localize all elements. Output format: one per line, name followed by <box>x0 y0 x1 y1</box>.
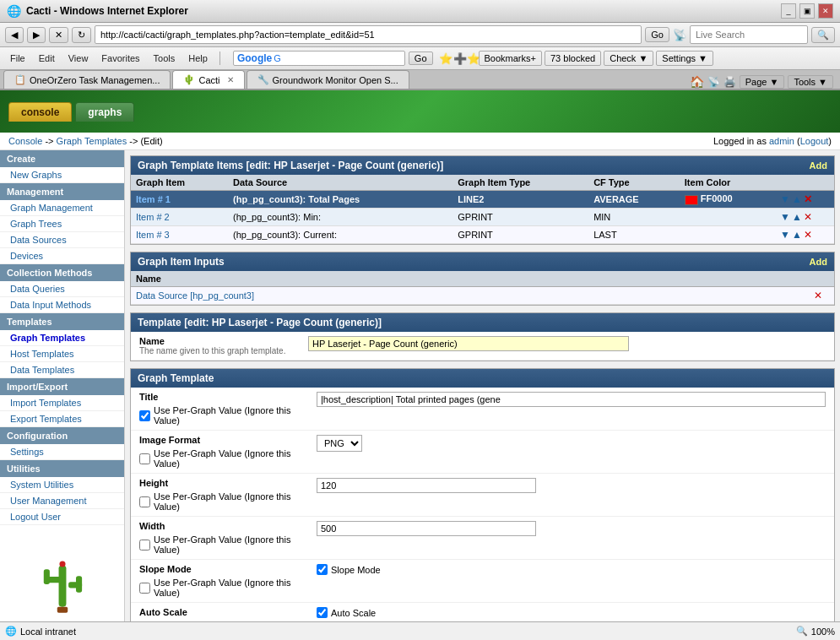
up-icon-1[interactable]: ▲ <box>792 211 802 223</box>
menu-file[interactable]: File <box>5 52 30 65</box>
sidebar-management-header: Management <box>0 183 124 200</box>
sidebar-item-data-queries[interactable]: Data Queries <box>0 281 124 297</box>
down-icon-0[interactable]: ▼ <box>780 193 790 205</box>
gt-title-label: Title Use Per-Graph Value (Ignore this V… <box>139 392 317 426</box>
down-icon-2[interactable]: ▼ <box>780 229 790 241</box>
gt-height-label: Height Use Per-Graph Value (Ignore this … <box>139 478 317 512</box>
gt-width-checkbox[interactable] <box>139 540 150 551</box>
up-icon-0[interactable]: ▲ <box>792 193 802 205</box>
tab-0[interactable]: 📋 OneOrZero Task Managemen... <box>3 70 171 89</box>
favorites-icon[interactable]: ⭐ <box>436 49 455 68</box>
address-input[interactable] <box>95 25 642 44</box>
gti-item-link-2[interactable]: Item # 3 <box>136 230 170 240</box>
breadcrumb-console-link[interactable]: Console <box>8 136 42 146</box>
gt-slope-mode-checkbox[interactable] <box>317 564 328 575</box>
admin-link[interactable]: admin <box>769 136 794 146</box>
gt-title-checkbox[interactable] <box>139 410 150 421</box>
print-icon[interactable]: 🖨️ <box>723 76 736 88</box>
google-search-input[interactable] <box>283 53 401 63</box>
gti-item-link-0[interactable]: Item # 1 <box>136 194 171 204</box>
search-go-button[interactable]: 🔍 <box>811 27 835 43</box>
svg-rect-4 <box>76 576 82 593</box>
template-name-input[interactable] <box>308 336 629 351</box>
logout-link[interactable]: Logout <box>800 136 829 146</box>
delete-icon-2[interactable]: ✕ <box>804 229 812 241</box>
add-favorites-icon[interactable]: ➕⭐ <box>458 49 476 68</box>
gt-width-input[interactable] <box>317 521 536 536</box>
tab-2[interactable]: 🔧 Groundwork Monitor Open S... <box>247 70 409 89</box>
forward-button[interactable]: ▶ <box>27 27 46 43</box>
page-btn[interactable]: Page ▼ <box>740 75 785 89</box>
delete-icon-0[interactable]: ✕ <box>804 193 812 205</box>
sidebar-item-graph-templates[interactable]: Graph Templates <box>0 330 124 346</box>
go-button[interactable]: Go <box>645 27 669 42</box>
menu-tools[interactable]: Tools <box>149 52 181 65</box>
down-icon-1[interactable]: ▼ <box>780 211 790 223</box>
sidebar-item-export[interactable]: Export Templates <box>0 411 124 427</box>
home-icon[interactable]: 🏠 <box>690 75 704 89</box>
rss-icon2[interactable]: 📡 <box>707 76 720 88</box>
gti-item-link-1[interactable]: Item # 2 <box>136 212 170 222</box>
sidebar-item-host-templates[interactable]: Host Templates <box>0 346 124 362</box>
sidebar-item-import[interactable]: Import Templates <box>0 395 124 411</box>
gii-section-header: Graph Item Inputs Add <box>131 252 834 271</box>
cactus-logo-area <box>0 542 124 621</box>
gii-delete-icon-0[interactable]: ✕ <box>814 290 822 301</box>
check-btn[interactable]: Check ▼ <box>604 51 653 66</box>
gt-height-row: Height Use Per-Graph Value (Ignore this … <box>131 474 834 517</box>
sidebar-item-graph-management[interactable]: Graph Management <box>0 200 124 216</box>
google-go-button[interactable]: Go <box>409 52 433 65</box>
gti-table: Graph Item Data Source Graph Item Type C… <box>131 175 834 244</box>
blocked-btn[interactable]: 73 blocked <box>545 51 601 66</box>
menu-view[interactable]: View <box>63 52 94 65</box>
tools-btn[interactable]: Tools ▼ <box>788 75 833 89</box>
gt-title-row: Title Use Per-Graph Value (Ignore this V… <box>131 388 834 431</box>
menu-favorites[interactable]: Favorites <box>96 52 144 65</box>
sidebar-item-graph-trees[interactable]: Graph Trees <box>0 216 124 232</box>
close-button[interactable]: ✕ <box>818 3 833 19</box>
tab-1[interactable]: 🌵 Cacti ✕ <box>172 70 244 89</box>
gt-slope-mode-label: Slope Mode <box>317 564 826 575</box>
gti-row-2: Item # 3 (hp_pg_count3): Current: GPRINT… <box>131 226 834 244</box>
gti-cell-cf-2: LAST <box>588 226 680 244</box>
refresh-button[interactable]: ↻ <box>72 27 91 43</box>
sidebar-item-new-graphs[interactable]: New Graphs <box>0 167 124 183</box>
back-button[interactable]: ◀ <box>5 27 24 43</box>
gt-autoscale-value-checkbox[interactable] <box>317 607 328 618</box>
sidebar-item-settings[interactable]: Settings <box>0 444 124 460</box>
gti-add-link[interactable]: Add <box>810 160 827 171</box>
gt-slope-checkbox[interactable] <box>139 583 150 594</box>
sidebar-item-data-sources[interactable]: Data Sources <box>0 232 124 248</box>
gii-name-link-0[interactable]: Data Source [hp_pg_count3] <box>136 290 254 301</box>
minimize-button[interactable]: _ <box>781 3 796 19</box>
gt-title-checkbox-label: Use Per-Graph Value (Ignore this Value) <box>139 405 317 426</box>
menu-help[interactable]: Help <box>183 52 213 65</box>
sidebar-item-logout-user[interactable]: Logout User <box>0 509 124 525</box>
gt-image-select[interactable]: PNG GIF SVG <box>317 435 362 452</box>
sidebar-item-devices[interactable]: Devices <box>0 248 124 264</box>
gt-height-checkbox[interactable] <box>139 496 150 507</box>
console-tab[interactable]: console <box>8 102 72 122</box>
gii-header-row: Name <box>131 271 834 287</box>
gt-title: Graph Template <box>138 372 214 384</box>
menu-edit[interactable]: Edit <box>34 52 60 65</box>
up-icon-2[interactable]: ▲ <box>792 229 802 241</box>
settings-btn[interactable]: Settings ▼ <box>656 51 713 66</box>
tab-1-close[interactable]: ✕ <box>227 75 234 84</box>
gii-add-link[interactable]: Add <box>810 257 827 267</box>
graphs-tab[interactable]: graphs <box>75 102 134 122</box>
bookmarks-btn[interactable]: Bookmarks+ <box>479 51 542 66</box>
sidebar-item-user-management[interactable]: User Management <box>0 493 124 509</box>
browser-title: Cacti - Windows Internet Explorer <box>26 5 188 17</box>
gt-image-checkbox[interactable] <box>139 453 150 464</box>
gt-height-input[interactable] <box>317 478 536 493</box>
sidebar-item-data-templates[interactable]: Data Templates <box>0 362 124 378</box>
sidebar-item-data-input-methods[interactable]: Data Input Methods <box>0 297 124 313</box>
gt-title-input[interactable] <box>317 392 826 407</box>
search-input[interactable] <box>690 25 808 44</box>
sidebar-item-system-utilities[interactable]: System Utilities <box>0 477 124 493</box>
breadcrumb-gt-link[interactable]: Graph Templates <box>57 136 127 146</box>
restore-button[interactable]: ▣ <box>799 3 815 19</box>
delete-icon-1[interactable]: ✕ <box>804 211 812 223</box>
stop-button[interactable]: ✕ <box>49 27 68 43</box>
